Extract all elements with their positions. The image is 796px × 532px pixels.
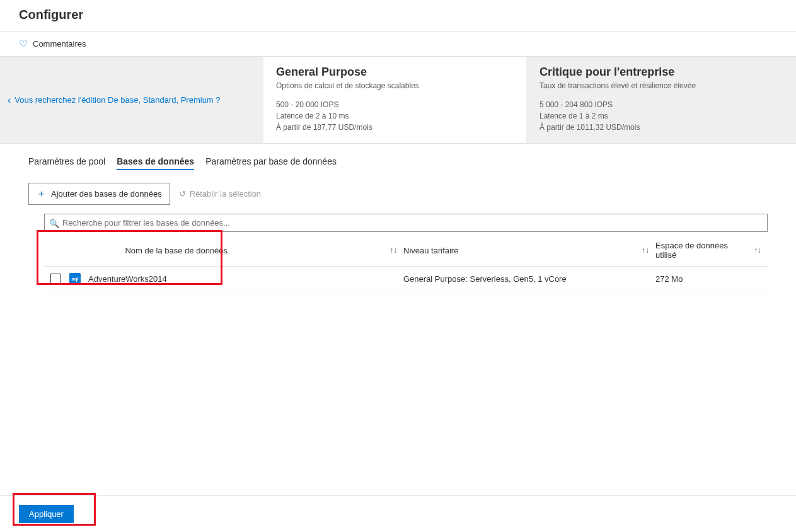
tier-iops-business: 5 000 - 204 800 IOPS	[539, 99, 777, 110]
tier-price-business: À partir de 1011,32 USD/mois	[539, 122, 777, 133]
table-row[interactable]: sql AdventureWorks2014 General Purpose: …	[44, 267, 768, 291]
tier-card-business[interactable]: Critique pour l'entreprise Taux de trans…	[527, 57, 790, 143]
sort-icon[interactable]: ↑↓	[754, 246, 761, 255]
back-editions-label: Vous recherchez l'édition De base, Stand…	[14, 95, 220, 105]
page-title: Configurer	[0, 0, 796, 32]
heart-icon: ♡	[19, 38, 28, 50]
database-icon: sql	[69, 273, 81, 284]
add-databases-button[interactable]: ＋ Ajouter des bases de données	[28, 183, 170, 205]
tab-per-database[interactable]: Paramètres par base de données	[205, 156, 337, 170]
tier-latency-general: Latence de 2 à 10 ms	[276, 110, 514, 122]
tab-databases[interactable]: Bases de données	[117, 156, 194, 170]
search-input[interactable]	[44, 214, 768, 232]
add-databases-label: Ajouter des bases de données	[51, 189, 162, 199]
tabs: Paramètres de pool Bases de données Para…	[28, 156, 768, 170]
tier-desc-business: Taux de transactions élevé et résilience…	[539, 81, 777, 90]
row-db-tier: General Purpose: Serverless, Gen5, 1 vCo…	[403, 274, 655, 284]
reset-selection-button: ↺ Rétablir la sélection	[179, 189, 261, 199]
tab-pool-settings[interactable]: Paramètres de pool	[28, 156, 105, 170]
row-db-space: 272 Mo	[655, 274, 768, 284]
col-header-tier[interactable]: Niveau tarifaire	[403, 246, 458, 255]
databases-table: Nom de la base de données ↑↓ Niveau tari…	[44, 234, 768, 291]
back-editions-link[interactable]: ‹ Vous recherchez l'édition De base, Sta…	[8, 95, 221, 106]
sort-icon[interactable]: ↑↓	[642, 246, 649, 255]
toolbar: ＋ Ajouter des bases de données ↺ Rétabli…	[28, 183, 768, 205]
feedback-label: Commentaires	[33, 39, 86, 49]
col-header-name[interactable]: Nom de la base de données	[125, 246, 228, 255]
tier-selector: ‹ Vous recherchez l'édition De base, Sta…	[0, 57, 796, 144]
sort-icon[interactable]: ↑↓	[389, 246, 397, 255]
row-checkbox[interactable]	[50, 274, 61, 284]
tier-back-cell: ‹ Vous recherchez l'édition De base, Sta…	[0, 57, 263, 143]
tier-latency-business: Latence de 1 à 2 ms	[539, 110, 777, 122]
tier-price-general: À partir de 187,77 USD/mois	[276, 122, 514, 133]
plus-icon: ＋	[37, 188, 46, 200]
chevron-left-icon: ‹	[8, 95, 11, 106]
feedback-link[interactable]: ♡ Commentaires	[0, 32, 796, 57]
search-icon: 🔍	[49, 218, 59, 228]
col-header-space[interactable]: Espace de données utilisé	[655, 241, 750, 260]
tier-desc-general: Options de calcul et de stockage scalabl…	[276, 81, 514, 90]
row-db-name: AdventureWorks2014	[88, 274, 167, 284]
tier-iops-general: 500 - 20 000 IOPS	[276, 99, 514, 110]
undo-icon: ↺	[179, 189, 186, 199]
tier-title-business: Critique pour l'entreprise	[539, 66, 777, 79]
tier-card-general[interactable]: General Purpose Options de calcul et de …	[263, 57, 527, 143]
tier-title-general: General Purpose	[276, 66, 514, 79]
reset-selection-label: Rétablir la sélection	[190, 189, 261, 199]
